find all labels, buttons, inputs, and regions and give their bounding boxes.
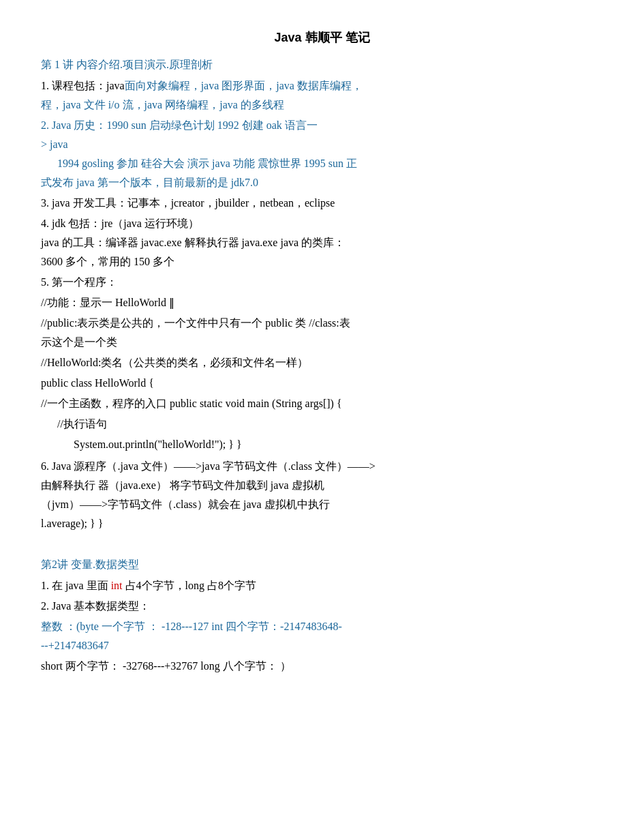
item-3: 3. java 开发工具：记事本，jcreator，jbuilder，netbe… (41, 194, 603, 213)
section2-item-2: 2. Java 基本数据类型： (41, 597, 603, 616)
code-class-decl: public class HelloWorld { (41, 374, 603, 393)
item-2: 2. Java 历史：1990 sun 启动绿色计划 1992 创建 oak 语… (41, 116, 603, 192)
section-2-heading: 第2讲 变量.数据类型 (41, 555, 603, 574)
item-4: 4. jdk 包括：jre（java 运行环境） java 的工具：编译器 ja… (41, 214, 603, 271)
item-6: 6. Java 源程序（.java 文件）——>java 字节码文件（.clas… (41, 457, 603, 533)
section2-item-1: 1. 在 java 里面 int 占4个字节，long 占8个字节 (41, 576, 603, 595)
code-println: System.out.println("helloWorld!"); } } (74, 435, 603, 454)
code-exec-comment: //执行语句 (57, 415, 603, 434)
code-main-comment: //一个主函数，程序的入口 public static void main (S… (41, 394, 603, 413)
page-title: Java 韩顺平 笔记 (41, 27, 603, 48)
code-comment-3: //HelloWorld:类名（公共类的类名，必须和文件名一样） (41, 353, 603, 372)
code-comment-2: //public:表示类是公共的，一个文件中只有一个 public 类 //cl… (41, 314, 603, 352)
datatype-short-long: short 两个字节： -32768---+32767 long 八个字节： ） (41, 657, 603, 676)
code-comment-1: //功能：显示一 HelloWorld ‖ (41, 293, 603, 312)
section-1-heading: 第 1 讲 内容介绍.项目演示.原理剖析 (41, 55, 603, 74)
datatype-integers: 整数 ：(byte 一个字节 ： -128---127 int 四个字节：-21… (41, 617, 603, 655)
item-5: 5. 第一个程序： (41, 273, 603, 292)
item-1: 1. 课程包括：java面向对象编程，java 图形界面，java 数据库编程，… (41, 76, 603, 115)
